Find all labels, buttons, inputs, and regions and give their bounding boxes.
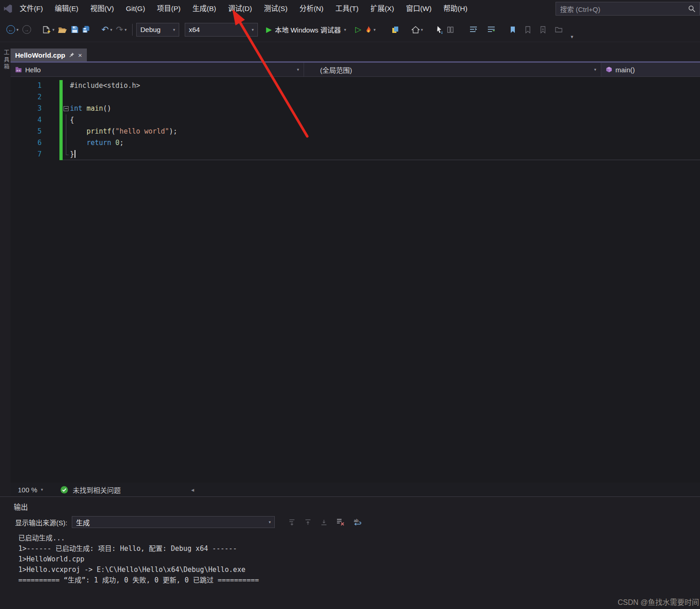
menu-item-文件F[interactable]: 文件(F) <box>14 0 49 17</box>
search-icon[interactable] <box>688 5 695 12</box>
output-toolbar: 显示输出来源(S): 生成 ▾ ab <box>15 516 700 528</box>
documents-button[interactable] <box>390 22 401 38</box>
close-icon[interactable]: × <box>78 52 82 59</box>
code-line-2[interactable] <box>63 92 700 103</box>
pin-icon[interactable] <box>69 52 75 58</box>
bookmark-button[interactable] <box>508 22 518 38</box>
code-line-4[interactable]: { <box>63 114 700 126</box>
undo-icon: ↶ <box>102 25 109 34</box>
toolbar-separator <box>132 24 133 36</box>
fold-margin <box>63 149 70 160</box>
chevron-down-icon[interactable]: ▾ <box>53 27 55 32</box>
output-panel-title: 输出 <box>0 497 700 512</box>
project-dropdown[interactable]: ++ Hello ▾ <box>11 63 304 76</box>
code-line-6[interactable]: return 0; <box>63 137 700 149</box>
start-debugging-button[interactable]: ▶ 本地 Windows 调试器 ▾ <box>264 22 348 38</box>
code-line-1[interactable]: #include<stdio.h> <box>63 80 700 92</box>
output-line: 1>Hello.vcxproj -> E:\C\Hello\Hello\x64\… <box>18 565 700 575</box>
member-dropdown[interactable]: main() <box>601 63 700 76</box>
new-file-button[interactable]: ▾ <box>40 22 57 38</box>
menu-item-GitG[interactable]: Git(G) <box>120 0 151 17</box>
menu-item-编辑E[interactable]: 编辑(E) <box>49 0 85 17</box>
search-box[interactable]: 搜索 (Ctrl+Q) <box>556 2 700 16</box>
open-folder-button[interactable] <box>56 22 69 38</box>
next-message-icon[interactable] <box>321 519 327 526</box>
undo-button[interactable]: ↶▾ <box>100 22 114 38</box>
menu-item-分析N[interactable]: 分析(N) <box>294 0 330 17</box>
output-panel: 输出 显示输出来源(S): 生成 ▾ ab 已启动生成...1>------ 已… <box>0 496 700 609</box>
chevron-down-icon[interactable]: ▾ <box>344 27 346 32</box>
menu-item-视图V[interactable]: 视图(V) <box>84 0 120 17</box>
line-number: 1 <box>11 80 48 92</box>
code-text: int main() <box>70 103 111 114</box>
word-wrap-icon[interactable]: ab <box>353 518 362 526</box>
menu-item-扩展X[interactable]: 扩展(X) <box>364 0 400 17</box>
menu-item-项目P[interactable]: 项目(P) <box>151 0 187 17</box>
menu-item-工具T[interactable]: 工具(T) <box>329 0 364 17</box>
redo-button[interactable]: ↷▾ <box>114 22 128 38</box>
previous-message-icon[interactable] <box>305 519 311 526</box>
indent-lines-button[interactable] <box>468 22 479 38</box>
code-text: printf("hello world"); <box>70 126 177 137</box>
next-bookmark-button[interactable] <box>538 22 548 38</box>
configuration-select[interactable]: Debug▾ <box>136 23 179 37</box>
tab-bar: HelloWorld.cpp × <box>11 42 700 63</box>
platform-value: x64 <box>189 26 200 33</box>
split-columns-button[interactable] <box>445 22 456 38</box>
collapse-icon[interactable]: − <box>64 106 69 111</box>
clear-all-icon[interactable] <box>337 518 344 526</box>
chevron-down-icon[interactable]: ▾ <box>16 27 19 32</box>
save-all-button[interactable] <box>80 22 93 38</box>
hscroll-left-arrow[interactable]: ◂ <box>191 486 194 493</box>
output-source-select[interactable]: 生成 ▾ <box>72 516 275 528</box>
text-caret <box>75 150 75 158</box>
navigate-back-button[interactable]: ←▾ <box>5 22 21 38</box>
fold-margin <box>63 80 70 92</box>
comment-lines-button[interactable] <box>486 22 497 38</box>
pointer-button[interactable] <box>434 22 445 38</box>
browser-link-button[interactable]: ▾ <box>410 22 425 38</box>
save-button[interactable] <box>69 22 80 38</box>
chevron-down-icon[interactable]: ▾ <box>110 27 112 32</box>
menu-item-帮助H[interactable]: 帮助(H) <box>438 0 474 17</box>
goto-message-icon[interactable] <box>289 519 295 526</box>
bookmark-icon <box>510 26 516 33</box>
health-check-icon[interactable] <box>60 486 68 494</box>
code-line-5[interactable]: printf("hello world"); <box>63 126 700 137</box>
chevron-down-icon[interactable]: ▾ <box>124 27 127 32</box>
zoom-select[interactable]: 100 % ▾ <box>18 486 43 494</box>
hot-reload-button[interactable]: ▾ <box>363 22 378 38</box>
navigate-forward-button[interactable]: → <box>21 22 33 38</box>
tab-helloworld[interactable]: HelloWorld.cpp × <box>11 49 87 61</box>
code-editor[interactable]: 1234567 #include<stdio.h>−int main(){ pr… <box>11 77 700 483</box>
scope-dropdown[interactable]: (全局范围) ▾ <box>304 63 601 76</box>
chevron-down-icon: ▾ <box>269 520 271 524</box>
forward-icon: → <box>22 25 31 34</box>
menu-item-调试D[interactable]: 调试(D) <box>222 0 258 17</box>
chevron-down-icon[interactable]: ▾ <box>374 27 376 32</box>
previous-bookmark-icon <box>525 26 531 33</box>
toolbar-overflow-button[interactable]: ▾ <box>571 34 573 40</box>
change-tracking-bar <box>59 80 63 160</box>
bookmark-folder-button[interactable] <box>553 22 564 38</box>
documents-icon <box>391 26 400 34</box>
menu-item-窗口W[interactable]: 窗口(W) <box>400 0 438 17</box>
hot-reload-flame-icon <box>365 26 372 34</box>
code-line-7[interactable]: } <box>63 149 700 160</box>
search-placeholder: 搜索 (Ctrl+Q) <box>560 4 684 14</box>
start-without-debugging-button[interactable]: ▷ <box>353 22 363 38</box>
platform-select[interactable]: x64▾ <box>185 23 258 37</box>
play-icon: ▶ <box>266 26 272 33</box>
output-line: 已启动生成... <box>18 533 700 544</box>
previous-bookmark-button[interactable] <box>523 22 533 38</box>
menu-item-测试S[interactable]: 测试(S) <box>258 0 294 17</box>
chevron-down-icon[interactable]: ▾ <box>421 27 423 32</box>
new-file-icon <box>42 26 51 34</box>
menu-item-生成B[interactable]: 生成(B) <box>187 0 222 17</box>
code-line-3[interactable]: −int main() <box>63 103 700 114</box>
fold-margin: − <box>63 103 70 114</box>
chevron-down-icon: ▾ <box>251 27 254 32</box>
toolbox-vertical-tab[interactable]: 工具箱 <box>2 49 11 71</box>
output-lines[interactable]: 已启动生成...1>------ 已启动生成: 项目: Hello, 配置: D… <box>18 533 700 586</box>
chevron-down-icon: ▾ <box>297 67 299 72</box>
